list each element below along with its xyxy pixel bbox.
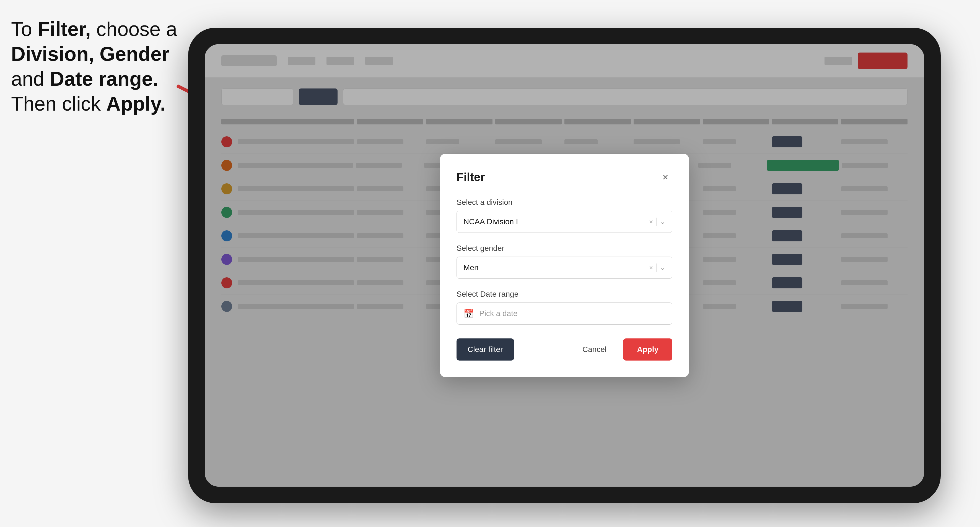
separator <box>656 217 657 226</box>
modal-overlay: Filter × Select a division NCAA Division… <box>205 44 924 487</box>
clear-select-icon[interactable]: × <box>649 218 653 225</box>
tablet-screen: Filter × Select a division NCAA Division… <box>205 44 924 487</box>
modal-title: Filter <box>457 171 485 184</box>
gender-select[interactable]: Men × ⌄ <box>457 257 672 279</box>
apply-button[interactable]: Apply <box>623 338 672 360</box>
cancel-button[interactable]: Cancel <box>571 338 617 360</box>
filter-modal: Filter × Select a division NCAA Division… <box>440 154 689 377</box>
instruction-line3: and Date range. <box>11 68 158 90</box>
select-controls-gender: × ⌄ <box>649 264 665 272</box>
date-range-input[interactable]: 📅 Pick a date <box>457 303 672 325</box>
clear-gender-icon[interactable]: × <box>649 264 653 271</box>
instruction-line2: Division, Gender <box>11 43 169 65</box>
date-group: Select Date range 📅 Pick a date <box>457 290 672 325</box>
division-group: Select a division NCAA Division I × ⌄ <box>457 198 672 233</box>
separator <box>656 264 657 272</box>
modal-footer: Clear filter Cancel Apply <box>457 338 672 360</box>
date-placeholder: Pick a date <box>479 309 518 318</box>
tablet-frame: Filter × Select a division NCAA Division… <box>188 28 941 503</box>
instruction-line4: Then click Apply. <box>11 93 166 115</box>
chevron-down-icon-gender[interactable]: ⌄ <box>660 264 665 271</box>
gender-value: Men <box>463 263 649 272</box>
calendar-icon: 📅 <box>463 309 474 319</box>
chevron-down-icon[interactable]: ⌄ <box>660 218 665 225</box>
division-value: NCAA Division I <box>463 217 649 226</box>
close-icon[interactable]: × <box>659 170 672 184</box>
division-label: Select a division <box>457 198 672 207</box>
footer-right: Cancel Apply <box>571 338 672 360</box>
gender-group: Select gender Men × ⌄ <box>457 244 672 279</box>
instruction-line1: To Filter, choose a <box>11 18 177 40</box>
date-label: Select Date range <box>457 290 672 298</box>
modal-header: Filter × <box>457 170 672 184</box>
gender-label: Select gender <box>457 244 672 253</box>
select-controls: × ⌄ <box>649 217 665 226</box>
instruction-text: To Filter, choose a Division, Gender and… <box>11 17 177 116</box>
clear-filter-button[interactable]: Clear filter <box>457 338 514 360</box>
division-select[interactable]: NCAA Division I × ⌄ <box>457 211 672 233</box>
